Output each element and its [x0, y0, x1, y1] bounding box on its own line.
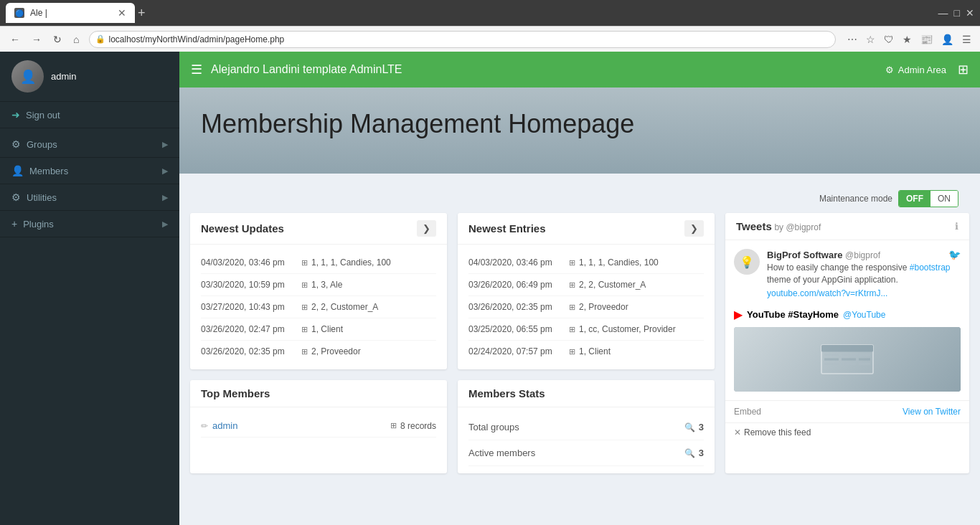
topbar-grid-icon[interactable]: ⊞	[958, 62, 969, 77]
newest-entries-expand-button[interactable]: ❯	[684, 220, 704, 237]
info-icon[interactable]: ℹ	[955, 221, 958, 232]
avatar: 👤	[11, 60, 44, 93]
record-cell: ⊞ 2, 2, Customer_A	[569, 280, 646, 290]
active-tab[interactable]: 🔵 Ale | ✕	[6, 3, 135, 23]
tweets-footer: Embed View on Twitter	[725, 400, 969, 422]
table-icon: ⊞	[569, 347, 575, 356]
two-col-layout: Newest Updates ❯ 04/03/2020, 03:46 pm	[190, 213, 969, 473]
shield-icon[interactable]: 🛡	[881, 32, 897, 47]
tweet-avatar: 💡	[734, 249, 760, 275]
top-members-body: ✏ admin ⊞ 8 records	[190, 407, 447, 445]
tweet-author-handle: @bigprof	[845, 250, 880, 260]
new-tab-button[interactable]: +	[138, 6, 146, 21]
table-row: 03/26/2020, 02:47 pm ⊞ 1, Client	[201, 318, 436, 341]
date-cell: 04/03/2020, 03:46 pm	[468, 257, 562, 268]
record-cell: ⊞ 1, Client	[301, 324, 343, 334]
minimize-button[interactable]: —	[938, 7, 948, 19]
members-stats-title: Members Stats	[468, 387, 545, 399]
record-text: 1, Client	[579, 346, 611, 356]
lock-icon: 🔒	[95, 34, 105, 44]
sign-out-item[interactable]: ➜ Sign out	[0, 102, 179, 128]
top-members-title: Top Members	[201, 387, 270, 399]
sign-out-icon: ➜	[11, 109, 20, 120]
nav-icons: ⋯ ☆ 🛡 ★ 📰 👤 ☰	[844, 32, 974, 47]
tab-title: Ale |	[30, 8, 47, 18]
menu-icon[interactable]: ☰	[959, 32, 974, 47]
date-cell: 03/26/2020, 06:49 pm	[468, 280, 562, 290]
table-icon: ⊞	[569, 280, 575, 290]
avatar-image: 👤	[11, 60, 44, 93]
svg-rect-10	[859, 363, 870, 365]
groups-icon: ⚙	[11, 138, 21, 150]
star-icon[interactable]: ★	[900, 32, 915, 47]
sidebar-item-members[interactable]: 👤 Members ▶	[0, 158, 179, 184]
bookmark-icon[interactable]: ☆	[863, 32, 878, 47]
embed-link[interactable]: Embed	[734, 407, 761, 417]
refresh-button[interactable]: ↻	[49, 32, 66, 47]
sign-out-label: Sign out	[26, 110, 60, 120]
home-button[interactable]: ⌂	[69, 32, 83, 47]
right-area: ☰ Alejandro Landini template AdminLTE ⚙ …	[179, 52, 980, 525]
record-text: 2, Proveedor	[311, 346, 361, 356]
plugins-icon: +	[11, 218, 17, 230]
youtube-icon: ▶	[734, 308, 743, 321]
profile-icon[interactable]: 👤	[938, 32, 956, 47]
topbar-title: Alejandro Landini template AdminLTE	[211, 63, 885, 76]
table-row: 03/25/2020, 06:55 pm ⊞ 1, cc, Customer, …	[468, 318, 704, 341]
maintenance-bar: Maintenance mode OFF ON	[190, 184, 969, 213]
extensions-icon[interactable]: ⋯	[844, 32, 860, 47]
record-cell: ⊞ 1, 3, Ale	[301, 280, 342, 290]
maintenance-toggle[interactable]: OFF ON	[898, 190, 958, 207]
reader-icon[interactable]: 📰	[918, 32, 936, 47]
close-browser-button[interactable]: ✕	[966, 7, 974, 19]
content-area: Maintenance mode OFF ON	[179, 174, 980, 484]
remove-feed-label: Remove this feed	[744, 427, 811, 438]
search-icon: 🔍	[684, 422, 695, 432]
svg-rect-3	[842, 354, 856, 356]
stats-count-members: 🔍 3	[684, 448, 704, 458]
member-name: ✏ admin	[201, 420, 237, 431]
tab-close-button[interactable]: ✕	[118, 7, 126, 19]
video-thumbnail[interactable]: ▶	[734, 327, 961, 392]
video-preview	[734, 327, 961, 392]
right-col: Tweets by @bigprof ℹ 💡	[725, 213, 969, 473]
tweets-header: Tweets by @bigprof ℹ	[725, 213, 969, 240]
date-cell: 03/30/2020, 10:59 pm	[201, 280, 294, 290]
record-text: 1, 1, 1, Candies, 100	[311, 257, 391, 268]
utilities-arrow-icon: ▶	[162, 193, 168, 202]
table-icon: ⊞	[390, 421, 397, 430]
expand-icon: ❯	[423, 223, 430, 234]
address-bar[interactable]: 🔒 localhost/myNorthWind/admin/pageHome.p…	[89, 31, 836, 48]
sidebar-item-groups[interactable]: ⚙ Groups ▶	[0, 131, 179, 158]
remove-feed-button[interactable]: ✕ Remove this feed	[725, 422, 969, 442]
sidebar-item-label-members: Members	[29, 166, 68, 176]
view-on-twitter-link[interactable]: View on Twitter	[903, 407, 961, 417]
app-wrapper: 👤 admin ➜ Sign out ⚙ Groups ▶	[0, 52, 980, 525]
sidebar: 👤 admin ➜ Sign out ⚙ Groups ▶	[0, 52, 179, 525]
nav-item-left-utilities: ⚙ Utilities	[11, 191, 57, 203]
sidebar-item-plugins[interactable]: + Plugins ▶	[0, 211, 179, 237]
tweets-title-group: Tweets by @bigprof	[736, 220, 821, 232]
sidebar-item-utilities[interactable]: ⚙ Utilities ▶	[0, 184, 179, 211]
restore-button[interactable]: □	[954, 7, 960, 19]
topbar-hamburger-icon[interactable]: ☰	[191, 62, 202, 77]
nav-bar: ← → ↻ ⌂ 🔒 localhost/myNorthWind/admin/pa…	[0, 26, 980, 52]
sidebar-item-label-groups: Groups	[27, 139, 57, 150]
svg-rect-8	[824, 363, 839, 365]
bootstrap-link[interactable]: #bootstrap	[910, 262, 951, 273]
maintenance-label: Maintenance mode	[819, 194, 892, 204]
record-cell: ⊞ 2, 2, Customer_A	[301, 302, 378, 312]
table-row: 04/03/2020, 03:46 pm ⊞ 1, 1, 1, Candies,…	[201, 252, 436, 274]
toggle-on-button[interactable]: ON	[930, 191, 958, 207]
toggle-off-button[interactable]: OFF	[899, 191, 930, 207]
youtube-link[interactable]: youtube.com/watch?v=rKtrmJ...	[767, 288, 887, 298]
topbar-admin-area[interactable]: ⚙ Admin Area	[885, 65, 946, 75]
back-button[interactable]: ←	[6, 32, 24, 47]
members-stats-card: Members Stats Total groups 🔍 3	[458, 380, 715, 473]
svg-rect-9	[842, 363, 856, 365]
forward-button[interactable]: →	[27, 32, 46, 47]
table-icon: ⊞	[569, 325, 575, 334]
svg-rect-7	[859, 359, 870, 361]
top-members-card: Top Members ✏ admin	[190, 380, 447, 473]
newest-updates-expand-button[interactable]: ❯	[417, 220, 436, 237]
